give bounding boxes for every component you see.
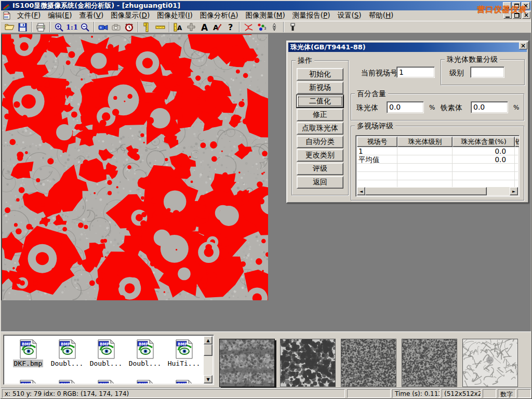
bmp-file-icon: BMP [175, 380, 193, 383]
zoom-in-button[interactable] [52, 21, 65, 33]
menu-item-a[interactable]: 图像分析(A) [196, 10, 242, 21]
file-item-row2[interactable]: BMP [48, 380, 86, 383]
micrograph-thumb-3[interactable] [341, 339, 396, 387]
op-button-5[interactable]: 点取珠光体 [297, 122, 343, 135]
curve-tool-button[interactable] [242, 21, 255, 33]
table-row-4[interactable] [357, 172, 518, 180]
svg-text:BMP: BMP [22, 382, 32, 384]
scroll-left-icon[interactable]: ◄ [357, 187, 365, 195]
pen-tool-button[interactable] [268, 21, 281, 33]
measure-text-button[interactable]: A [172, 21, 185, 33]
svg-text:A: A [201, 22, 208, 32]
table-cell: 0.0 [453, 147, 515, 155]
op-button-6[interactable]: 自动分类 [297, 136, 343, 148]
caliper-button[interactable] [141, 21, 154, 33]
brush-tool-button[interactable] [286, 21, 299, 33]
pearlite-percent-input[interactable]: 0.0 [387, 101, 424, 113]
file-name: Doubl... [50, 360, 85, 367]
menu-item-p[interactable]: 测量报告(P) [289, 10, 334, 21]
table-row-2[interactable]: 平均值0.0 [357, 155, 518, 164]
snapshot-camera-icon [111, 22, 121, 32]
ruler-button[interactable] [154, 21, 167, 33]
file-item-Doubl[interactable]: BMPDoubl... [126, 339, 164, 367]
file-scroll-thumb[interactable] [204, 344, 212, 356]
scroll-thumb[interactable] [365, 187, 487, 195]
table-cell [515, 180, 518, 187]
op-button-2[interactable]: 新视场 [297, 82, 343, 94]
table-row-3[interactable] [357, 164, 518, 172]
save-button[interactable] [16, 21, 29, 33]
percent-group: 百分含量 珠光体 0.0 % 铁素体 0.0 % [351, 94, 524, 121]
op-button-1[interactable]: 初始化 [297, 68, 343, 81]
menu-item-h[interactable]: 帮助(H) [365, 10, 397, 21]
file-item-HuiTi[interactable]: BMPHuiTi... [165, 339, 203, 367]
percent-group-label: 百分含量 [355, 89, 388, 99]
menu-item-i[interactable]: 图像处理(I) [153, 10, 196, 21]
file-item-Doubl[interactable]: BMPDoubl... [87, 339, 125, 367]
op-button-7[interactable]: 更改类别 [297, 149, 343, 162]
current-field-input[interactable]: 1 [396, 66, 435, 78]
scroll-right-icon[interactable]: ► [510, 187, 518, 195]
file-scrollbar[interactable]: ▲ ▼ [204, 336, 212, 383]
window-title: IS100显微摄像系统(金相分析版) - [zhuguangti01] [12, 1, 180, 10]
svg-text:BMP: BMP [22, 342, 32, 347]
print-button[interactable] [34, 21, 47, 33]
file-item-row2[interactable]: BMP [165, 380, 203, 383]
ferrite-percent-input[interactable]: 0.0 [471, 101, 508, 113]
menu-item-m[interactable]: 图像测量(M) [242, 10, 289, 21]
table-header-2[interactable]: 珠光体级别 [397, 137, 453, 147]
table-header-1[interactable]: 视场号 [357, 137, 397, 147]
micrograph-thumb-2[interactable] [280, 339, 336, 387]
move-cross-button[interactable] [185, 21, 198, 33]
file-item-Doubl[interactable]: BMPDoubl... [48, 339, 86, 367]
video-camera-button[interactable] [97, 21, 110, 33]
file-item-row2[interactable]: BMP [126, 380, 164, 383]
op-button-4[interactable]: 修正 [297, 109, 343, 121]
menu-item-v[interactable]: 查看(V) [75, 10, 107, 21]
file-item-row2[interactable]: BMP [87, 380, 125, 383]
table-header-4[interactable]: 铁素体含量(%) [515, 137, 520, 147]
help-button[interactable]: ? [224, 21, 237, 33]
micrograph-thumb-5[interactable] [462, 339, 518, 387]
micrograph-canvas[interactable] [2, 34, 268, 300]
zoom-out-button[interactable] [78, 21, 91, 33]
multifield-table[interactable]: 视场号珠光体级别珠光体含量(%)铁素体含量(%) 10.0平均值0.0 ◄ ► [355, 135, 520, 197]
bmp-file-icon: BMP [97, 380, 115, 383]
annotate-button[interactable]: A [211, 21, 224, 33]
micrograph-thumb-1[interactable] [219, 339, 275, 387]
color-points-button[interactable]: 3 [255, 21, 268, 33]
op-button-8[interactable]: 评级 [297, 163, 343, 175]
svg-text:A: A [177, 24, 182, 32]
video-camera-icon [98, 22, 108, 32]
annotate-icon: A [212, 22, 222, 32]
table-row-5[interactable] [357, 180, 518, 187]
table-header-3[interactable]: 珠光体含量(%) [453, 137, 515, 147]
grade-input[interactable] [470, 66, 504, 78]
dialog-close-icon[interactable]: × [519, 42, 527, 49]
menu-item-s[interactable]: 设置(S) [334, 10, 365, 21]
actual-size-button[interactable]: 1:1 [65, 21, 78, 33]
timer-clock-button[interactable] [123, 21, 136, 33]
open-folder-button[interactable] [3, 21, 16, 33]
op-button-9[interactable]: 返回 [297, 176, 343, 189]
table-row-1[interactable]: 10.0 [357, 147, 518, 155]
micrograph-thumb-4[interactable] [402, 339, 457, 387]
file-item-row2[interactable]: BMP [9, 380, 47, 383]
micrograph-image[interactable] [1, 34, 268, 300]
menu-item-d[interactable]: 图像显示(D) [107, 10, 153, 21]
grade-label: 级别 [449, 69, 464, 78]
svg-text:BMP: BMP [100, 342, 110, 347]
svg-text:BMP: BMP [178, 382, 188, 384]
svg-text:BMP: BMP [61, 382, 71, 384]
dialog-title-bar[interactable]: 珠光体(GB/T9441-88) [288, 43, 527, 52]
title-bar[interactable]: IS100显微摄像系统(金相分析版) - [zhuguangti01] × [1, 1, 531, 10]
scroll-down-icon[interactable]: ▼ [204, 375, 212, 383]
text-a-button[interactable]: A [198, 21, 211, 33]
op-button-3[interactable]: 二值化 [297, 95, 343, 108]
table-horizontal-scrollbar[interactable]: ◄ ► [357, 187, 518, 195]
snapshot-camera-button[interactable] [110, 21, 123, 33]
menu-item-e[interactable]: 编辑(E) [44, 10, 75, 21]
menu-item-f[interactable]: 文件(F) [14, 10, 44, 21]
file-item-DKFbmp[interactable]: BMPDKF.bmp [9, 339, 47, 367]
scroll-up-icon[interactable]: ▲ [204, 336, 212, 344]
